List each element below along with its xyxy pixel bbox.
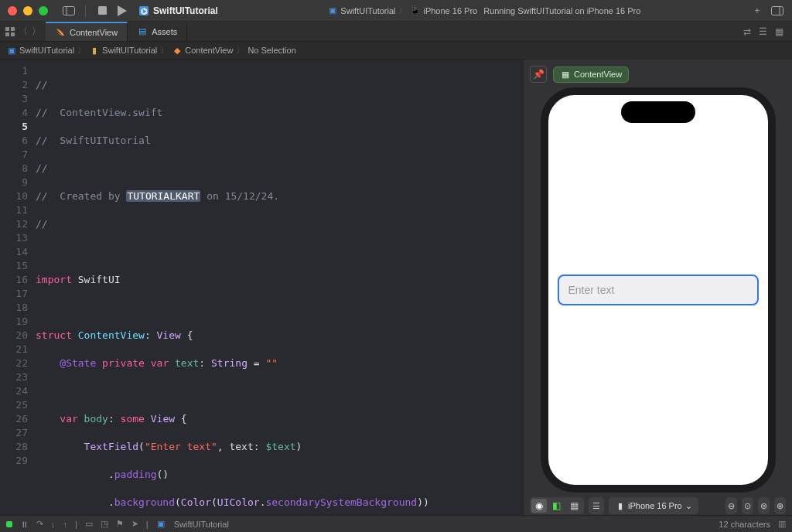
preview-icon: ▦	[560, 70, 570, 80]
crumb-symbol[interactable]: No Selection	[248, 46, 295, 55]
tab-assets[interactable]: ▤ Assets	[128, 22, 187, 41]
zoom-fit-button[interactable]: ⊙	[742, 497, 753, 514]
zoom-100-icon: ⊚	[760, 501, 767, 511]
code-editor[interactable]: 1234567891011121314151617181920212223242…	[0, 60, 523, 515]
library-icon[interactable]	[770, 4, 784, 18]
pause-icon[interactable]: ⏸	[20, 520, 29, 529]
svg-rect-10	[5, 32, 9, 36]
chevron-right-icon: 〉	[77, 45, 86, 56]
live-mode-icon[interactable]: ◉	[531, 499, 547, 513]
tab-contentview[interactable]: ContentView	[46, 22, 128, 41]
device-icon: ▮	[615, 501, 625, 511]
window-controls	[8, 6, 48, 15]
zoom-out-button[interactable]: ⊖	[725, 497, 737, 514]
selectable-mode-icon[interactable]: ◧	[548, 499, 565, 513]
svg-text:⌬: ⌬	[141, 7, 148, 15]
device-iphone[interactable]: Enter text	[541, 87, 776, 493]
adjust-editor-icon[interactable]: ☰	[758, 26, 768, 36]
tab-label: ContentView	[70, 28, 118, 37]
zoom-fit-icon: ⊙	[744, 501, 751, 511]
device-picker-label: iPhone 16 Pro	[628, 501, 682, 510]
crumb-file[interactable]: ◆ ContentView	[172, 46, 233, 56]
add-editor-icon[interactable]: ▦	[774, 26, 784, 36]
swift-file-icon	[55, 27, 65, 37]
preview-textfield[interactable]: Enter text	[558, 275, 759, 305]
tab-bar: 〈 〉 ContentView ▤ Assets ⇄ ☰ ▦	[0, 22, 792, 42]
svg-marker-3	[118, 5, 127, 16]
app-icon: ▣	[156, 519, 166, 529]
svg-rect-9	[11, 27, 15, 31]
pin-preview-button[interactable]: 📌	[530, 66, 547, 83]
project-icon: ⌬	[138, 5, 148, 15]
run-button[interactable]	[115, 4, 129, 18]
svg-rect-11	[11, 32, 15, 36]
device-content: Enter text	[548, 95, 768, 485]
separator: |	[146, 520, 148, 529]
scheme-project[interactable]: ⌬ SwiftUITutorial	[138, 5, 218, 16]
device-icon: 📱	[410, 5, 420, 15]
sidebar-toggle-icon[interactable]	[62, 4, 76, 18]
chevron-right-icon: 〉	[398, 5, 407, 16]
toggle-debug-area-icon[interactable]: ▥	[778, 519, 786, 529]
preview-toolbar: ◉ ◧ ▦ ☰ ▮ iPhone 16 Pro ⌄ ⊖ ⊙ ⊚ ⊕	[530, 493, 786, 514]
zoom-window[interactable]	[39, 6, 48, 15]
step-out-icon[interactable]: ↑	[63, 520, 68, 529]
add-tab-icon[interactable]: ＋	[750, 4, 764, 18]
selection-info: 12 characters	[719, 520, 770, 529]
preview-mode-segmented[interactable]: ◉ ◧ ▦	[530, 497, 584, 514]
scheme-selector[interactable]: ▣ SwiftUITutorial 〉 📱 iPhone 16 Pro	[327, 5, 477, 16]
status-bar: ⏸ ↷ ↓ ↑ | ▭ ◳ ⚑ ➤ | ▣ SwiftUITutorial 12…	[0, 515, 792, 532]
related-items-icon[interactable]	[5, 26, 15, 36]
zoom-in-icon: ⊕	[777, 501, 783, 511]
crumb-project[interactable]: ▣ SwiftUITutorial	[6, 46, 74, 56]
minimize-window[interactable]	[23, 6, 32, 15]
preview-pane: 📌 ▦ ContentView Enter text ◉ ◧ ▦ ☰	[523, 60, 792, 515]
chevron-right-icon: 〉	[236, 45, 244, 56]
project-name: SwiftUITutorial	[153, 5, 218, 16]
preview-chip[interactable]: ▦ ContentView	[553, 66, 629, 83]
folder-icon: ▮	[89, 46, 99, 56]
separator	[85, 5, 86, 17]
zoom-in-button[interactable]: ⊕	[774, 497, 786, 514]
build-status-text: Running SwiftUITutorial on iPhone 16 Pro	[483, 6, 640, 15]
tab-label: Assets	[152, 27, 177, 36]
svg-rect-8	[5, 27, 9, 31]
project-icon: ▣	[6, 46, 16, 56]
env-overrides-icon[interactable]: ⚑	[116, 519, 124, 529]
svg-rect-0	[63, 6, 75, 15]
step-over-icon[interactable]: ↷	[36, 519, 43, 529]
variants-mode-icon[interactable]: ▦	[566, 499, 582, 513]
zoom-actual-button[interactable]: ⊚	[758, 497, 770, 514]
code-content[interactable]: // // ContentView.swift // SwiftUITutori…	[36, 60, 523, 515]
svg-rect-2	[98, 6, 107, 15]
svg-rect-6	[772, 6, 783, 15]
device-picker[interactable]: ▮ iPhone 16 Pro ⌄	[609, 497, 698, 514]
chevron-down-icon: ⌄	[685, 501, 692, 511]
title-bar: ⌬ SwiftUITutorial ▣ SwiftUITutorial 〉 📱 …	[0, 0, 792, 22]
scheme-device: iPhone 16 Pro	[423, 6, 477, 15]
assets-icon: ▤	[137, 26, 147, 36]
title-status-area: ▣ SwiftUITutorial 〉 📱 iPhone 16 Pro Runn…	[224, 5, 744, 16]
preview-chip-label: ContentView	[574, 70, 622, 79]
simulate-location-icon[interactable]: ➤	[131, 519, 138, 529]
status-scheme[interactable]: SwiftUITutorial	[174, 520, 229, 529]
zoom-out-icon: ⊖	[728, 501, 735, 511]
editor-options-icon[interactable]: ⇄	[742, 26, 752, 36]
line-gutter: 1234567891011121314151617181920212223242…	[0, 60, 36, 515]
preview-device-settings[interactable]: ☰	[589, 497, 604, 514]
run-indicator[interactable]	[6, 521, 12, 527]
settings-sliders-icon: ☰	[592, 501, 600, 511]
view-debugger-icon[interactable]: ▭	[85, 519, 93, 529]
nav-back-icon[interactable]: 〈	[18, 26, 28, 36]
stop-button[interactable]	[95, 4, 109, 18]
pin-icon: 📌	[533, 69, 544, 80]
scheme-app: SwiftUITutorial	[340, 6, 395, 15]
breadcrumb: ▣ SwiftUITutorial 〉 ▮ SwiftUITutorial 〉 …	[0, 42, 792, 60]
nav-forward-icon[interactable]: 〉	[31, 26, 41, 36]
step-into-icon[interactable]: ↓	[51, 520, 56, 529]
app-icon: ▣	[327, 5, 337, 15]
memory-graph-icon[interactable]: ◳	[101, 519, 108, 529]
separator: |	[75, 520, 77, 529]
close-window[interactable]	[8, 6, 17, 15]
crumb-folder[interactable]: ▮ SwiftUITutorial	[89, 46, 157, 56]
